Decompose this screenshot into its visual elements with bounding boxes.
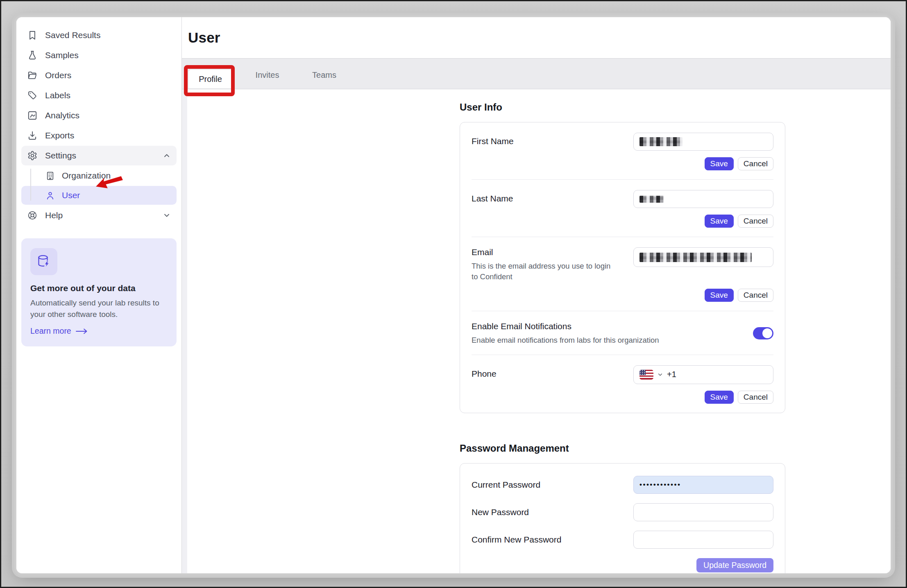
notifications-row: Enable Email Notifications Enable email … [472,311,773,355]
dial-code: +1 [667,370,676,379]
first-name-row: First Name Save Cancel [472,122,773,180]
save-button[interactable]: Save [705,215,734,228]
sidebar-item-user[interactable]: User [21,186,177,205]
sidebar-item-samples[interactable]: Samples [21,45,177,65]
lifebuoy-icon [27,210,38,221]
save-button[interactable]: Save [705,289,734,302]
sidebar-item-labels[interactable]: Labels [21,86,177,105]
new-password-input[interactable] [633,503,773,521]
tab-bar: Profile Invites Teams [182,58,891,89]
sidebar-item-label: Orders [45,70,71,80]
cancel-button[interactable]: Cancel [738,157,773,170]
page-header: User [182,17,891,58]
promo-icon-tile [30,248,57,275]
user-info-heading: User Info [460,102,785,113]
sidebar-item-saved-results[interactable]: Saved Results [21,25,177,45]
last-name-input[interactable] [633,190,773,208]
tab-content: User Info First Name Save Cancel [187,89,891,573]
building-icon [45,171,55,181]
sidebar: Saved Results Samples Orders Labels Anal [16,17,181,573]
submenu-guide-line [30,169,31,201]
notifications-description: Enable email notifications from labs for… [472,335,739,346]
redacted-last-name-value [639,196,664,203]
last-name-row: Last Name Save Cancel [472,180,773,237]
app-window: Saved Results Samples Orders Labels Anal [16,17,891,573]
learn-more-label: Learn more [30,326,71,336]
promo-body: Automatically send your lab results to y… [30,297,166,320]
toggle-knob [762,328,772,338]
cancel-button[interactable]: Cancel [738,215,773,228]
tag-icon [27,90,38,101]
email-description: This is the email address you use to log… [472,261,616,282]
email-input[interactable] [633,247,773,267]
arrow-right-icon [75,328,88,335]
download-icon [27,130,38,141]
tab-teams[interactable]: Teams [302,70,347,89]
main-area: User Profile Invites Teams User Info Fir… [181,17,891,573]
chevron-down-icon [163,211,171,219]
redacted-email-value [639,253,752,262]
last-name-label: Last Name [472,190,624,204]
sidebar-item-label: Exports [45,131,74,140]
content-gutter [182,58,187,573]
sidebar-item-label: Settings [45,151,76,161]
gear-icon [27,150,38,161]
email-label: Email [472,247,624,257]
current-password-label: Current Password [472,480,624,490]
phone-label: Phone [472,365,624,379]
sidebar-item-label: Help [45,210,63,220]
chart-icon [27,110,38,121]
phone-input[interactable]: +1 [633,365,773,384]
database-lightning-icon [36,254,52,269]
sidebar-item-orders[interactable]: Orders [21,66,177,85]
masked-password-value: •••••••••••• [639,481,681,489]
sidebar-item-label: Labels [45,90,70,100]
person-icon [45,190,55,201]
new-password-label: New Password [472,507,624,517]
tab-invites[interactable]: Invites [245,70,290,89]
update-password-button[interactable]: Update Password [696,558,773,572]
promo-title: Get more out of your data [30,283,168,293]
bookmark-icon [27,30,38,41]
user-info-card: First Name Save Cancel La [460,122,785,413]
first-name-input[interactable] [633,133,773,151]
phone-row: Phone +1 Save Cancel [472,355,773,413]
settings-submenu: Organization User [21,166,177,205]
save-button[interactable]: Save [705,391,734,404]
email-row: Email This is the email address you use … [472,237,773,311]
chevron-down-icon[interactable] [657,371,663,378]
password-card: Current Password •••••••••••• New Passwo… [460,463,785,573]
sidebar-item-label: Saved Results [45,30,100,40]
us-flag-icon [639,370,653,380]
sidebar-item-label: Samples [45,50,79,60]
first-name-label: First Name [472,133,624,146]
promo-card: Get more out of your data Automatically … [21,238,177,346]
sidebar-item-help[interactable]: Help [21,206,177,225]
sidebar-item-label: User [62,190,80,200]
flask-icon [27,50,38,61]
sidebar-item-exports[interactable]: Exports [21,126,177,145]
learn-more-link[interactable]: Learn more [30,326,168,336]
cancel-button[interactable]: Cancel [738,391,773,404]
sidebar-item-label: Organization [62,171,111,181]
notifications-label: Enable Email Notifications [472,321,739,331]
confirm-password-input[interactable] [633,531,773,549]
sidebar-item-organization[interactable]: Organization [21,166,177,185]
save-button[interactable]: Save [705,157,734,170]
tab-profile[interactable]: Profile [188,69,233,89]
folder-icon [27,70,38,81]
notifications-toggle[interactable] [753,327,773,339]
redacted-first-name-value [639,137,683,146]
sidebar-item-settings[interactable]: Settings [21,146,177,165]
sidebar-item-label: Analytics [45,111,79,120]
current-password-input[interactable]: •••••••••••• [633,476,773,494]
password-heading: Password Management [460,443,785,454]
sidebar-item-analytics[interactable]: Analytics [21,106,177,125]
confirm-password-label: Confirm New Password [472,535,624,545]
cancel-button[interactable]: Cancel [738,289,773,302]
chevron-up-icon [163,152,171,160]
page-title: User [188,29,220,46]
